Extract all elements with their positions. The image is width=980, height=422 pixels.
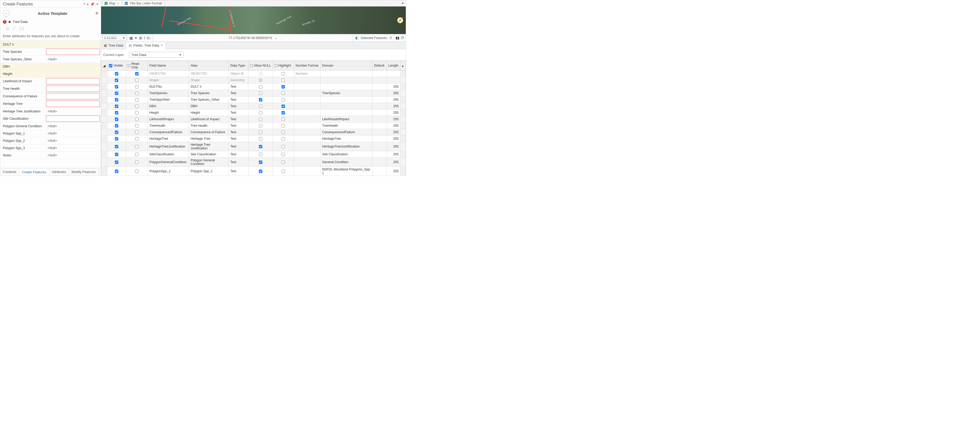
cell-fieldname[interactable]: DBH — [148, 103, 189, 110]
attribute-row[interactable]: Polygon General Condition<Null> — [0, 123, 101, 130]
cell-datatype[interactable]: Text — [229, 116, 248, 123]
cell-readonly[interactable] — [126, 110, 148, 116]
cell-length[interactable] — [387, 77, 400, 83]
checkbox[interactable] — [115, 145, 118, 148]
checkbox[interactable] — [135, 124, 138, 128]
table-row[interactable]: SiteClassification Site Classification T… — [101, 151, 406, 158]
cell-default[interactable] — [372, 77, 387, 83]
cell-datatype[interactable]: Text — [229, 110, 248, 116]
cell-highlight[interactable] — [273, 90, 294, 96]
checkbox[interactable] — [135, 131, 138, 134]
checkbox[interactable] — [282, 137, 285, 141]
checkbox[interactable] — [115, 160, 118, 164]
cell-visible[interactable] — [107, 96, 126, 103]
cell-domain[interactable]: TreeHealth — [320, 123, 372, 129]
view-tab[interactable]: Title Bar Letter Portrait — [123, 1, 164, 6]
checkbox[interactable] — [259, 78, 262, 82]
scrollbar-track[interactable] — [400, 129, 406, 136]
col-allownull[interactable]: Allow NULL — [248, 61, 273, 70]
cell-fieldname[interactable]: TreeHealth — [148, 123, 189, 129]
bottom-tab[interactable]: Contents — [0, 168, 19, 176]
cell-highlight[interactable] — [273, 103, 294, 110]
cell-readonly[interactable] — [126, 129, 148, 136]
cell-domain[interactable]: NSFDL Woodland Polygons_Spp 1 — [320, 167, 372, 176]
table-row[interactable]: Shape Shape Geometry — [101, 77, 406, 83]
checkbox[interactable] — [115, 78, 118, 82]
attribute-row[interactable]: Hieght — [0, 70, 101, 78]
close-icon[interactable]: ✕ — [96, 2, 99, 6]
attribute-row[interactable]: Consequence of Failure — [0, 93, 101, 100]
bottom-tab[interactable]: Modify Features — [69, 168, 99, 176]
bottom-tab[interactable]: Attributes — [49, 168, 69, 176]
cell-readonly[interactable] — [126, 151, 148, 158]
checkbox[interactable] — [115, 105, 118, 108]
scrollbar-track[interactable] — [400, 116, 406, 123]
checkbox[interactable] — [135, 78, 138, 82]
row-header[interactable] — [101, 103, 107, 110]
row-header[interactable] — [101, 70, 107, 77]
cell-allownull[interactable] — [248, 70, 273, 77]
selected-features[interactable]: ◧ Selected Features: 0 — [353, 34, 394, 42]
cell-fieldname[interactable]: LikihoodofImapct — [148, 116, 189, 123]
checkbox[interactable] — [282, 85, 285, 88]
cell-numfmt[interactable] — [294, 110, 320, 116]
cell-length[interactable]: 255 — [387, 142, 400, 151]
table-row[interactable]: TreeSpecies Tree Species Text TreeSpecie… — [101, 90, 406, 96]
cell-default[interactable] — [372, 167, 387, 176]
attribute-value[interactable] — [46, 49, 100, 55]
checkbox[interactable] — [259, 111, 262, 115]
close-icon[interactable]: ✕ — [117, 2, 119, 5]
cell-alias[interactable]: Tree Health — [189, 123, 229, 129]
cell-allownull[interactable] — [248, 103, 273, 110]
checkbox[interactable] — [115, 137, 118, 141]
cell-fieldname[interactable]: TreeSppOther — [148, 96, 189, 103]
line-tool-icon[interactable]: ╱ — [13, 26, 15, 31]
cell-readonly[interactable] — [126, 103, 148, 110]
visible-all-checkbox[interactable] — [109, 64, 112, 67]
cell-default[interactable] — [372, 83, 387, 90]
attribute-row[interactable]: Heritage Tree Justification<Null> — [0, 108, 101, 115]
cell-numfmt[interactable] — [294, 158, 320, 167]
checkbox[interactable] — [115, 169, 118, 173]
row-header[interactable] — [101, 123, 107, 129]
cell-numfmt[interactable] — [294, 123, 320, 129]
checkbox[interactable] — [259, 98, 262, 101]
table-row[interactable]: HeritageTree Heritage Tree Text Heritage… — [101, 136, 406, 142]
checkbox[interactable] — [259, 169, 262, 173]
cell-datatype[interactable]: Text — [229, 123, 248, 129]
cell-datatype[interactable]: Object ID — [229, 70, 248, 77]
bottom-tab[interactable]: Create Features — [19, 168, 49, 176]
correction-icon[interactable]: ✦ — [134, 36, 137, 40]
cell-readonly[interactable] — [126, 136, 148, 142]
table-row[interactable]: OBJECTID OBJECTID Object ID Numeric — [101, 70, 406, 77]
cell-alias[interactable]: Tree Species — [189, 90, 229, 96]
attribute-row[interactable]: Site Classification — [0, 115, 101, 123]
cell-visible[interactable] — [107, 110, 126, 116]
cell-readonly[interactable] — [126, 90, 148, 96]
checkbox[interactable] — [282, 111, 285, 115]
checkbox[interactable] — [259, 145, 262, 148]
cell-readonly[interactable] — [126, 142, 148, 151]
cell-datatype[interactable]: Geometry — [229, 77, 248, 83]
cell-fieldname[interactable]: ConsequenceofFailure — [148, 129, 189, 136]
row-header[interactable] — [101, 83, 107, 90]
col-readonly[interactable]: Read Only — [126, 61, 148, 70]
checkbox[interactable] — [135, 137, 138, 141]
col-datatype[interactable]: Data Type — [229, 61, 248, 70]
scrollbar-track[interactable] — [400, 136, 406, 142]
cell-length[interactable]: 255 — [387, 110, 400, 116]
scrollbar-track[interactable] — [400, 83, 406, 90]
checkbox[interactable] — [282, 118, 285, 121]
cell-fieldname[interactable]: PolygonGeneralCondition — [148, 158, 189, 167]
checkbox[interactable] — [259, 160, 262, 164]
attribute-row[interactable]: Polygon Spp_1<Null> — [0, 130, 101, 137]
checkbox[interactable] — [135, 160, 138, 164]
cell-length[interactable]: 255 — [387, 151, 400, 158]
checkbox[interactable] — [135, 91, 138, 95]
scrollbar-track[interactable] — [400, 142, 406, 151]
scrollbar-track[interactable] — [400, 90, 406, 96]
help-icon[interactable]: ? — [83, 2, 85, 6]
checkbox[interactable] — [115, 124, 118, 128]
cell-datatype[interactable]: Text — [229, 90, 248, 96]
map-view[interactable]: Strauss Ave S Patterson R Mattingly Ave … — [101, 6, 406, 34]
